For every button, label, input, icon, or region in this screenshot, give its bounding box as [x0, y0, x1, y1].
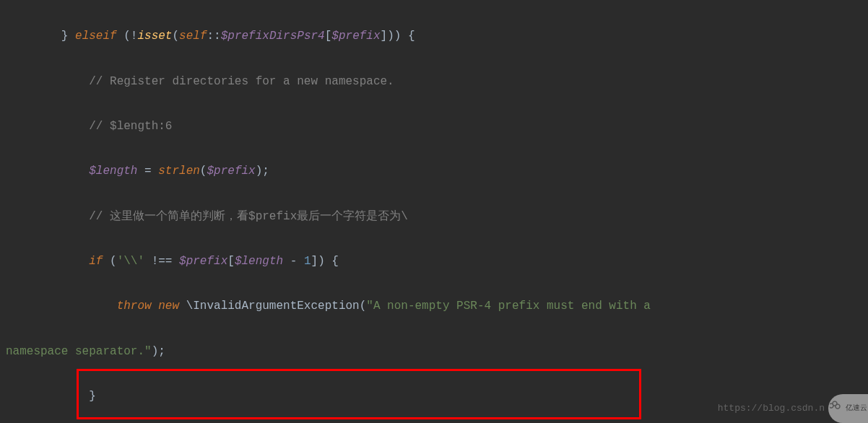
code-line-6: if ('\\' !== $prefix[$length - 1]) { — [0, 250, 868, 273]
code-line-8: namespace separator."); — [0, 341, 868, 363]
code-line-2: // Register directories for a new namesp… — [0, 71, 868, 93]
watermark-logo: 亿速云 — [828, 394, 868, 423]
code-line-5: // 这里做一个简单的判断，看$prefix最后一个字符是否为\ — [0, 206, 868, 228]
watermark-brand: 亿速云 — [846, 401, 867, 416]
code-line-4: $length = strlen($prefix); — [0, 160, 868, 183]
watermark-url: https://blog.csdn.n — [718, 399, 825, 417]
code-line-7: throw new \InvalidArgumentException("A n… — [0, 295, 868, 318]
cloud-icon — [830, 401, 844, 417]
code-editor[interactable]: } elseif (!isset(self::$prefixDirsPsr4[$… — [0, 0, 868, 423]
code-line-3: // $length:6 — [0, 115, 868, 138]
code-line-1: } elseif (!isset(self::$prefixDirsPsr4[$… — [0, 25, 868, 48]
